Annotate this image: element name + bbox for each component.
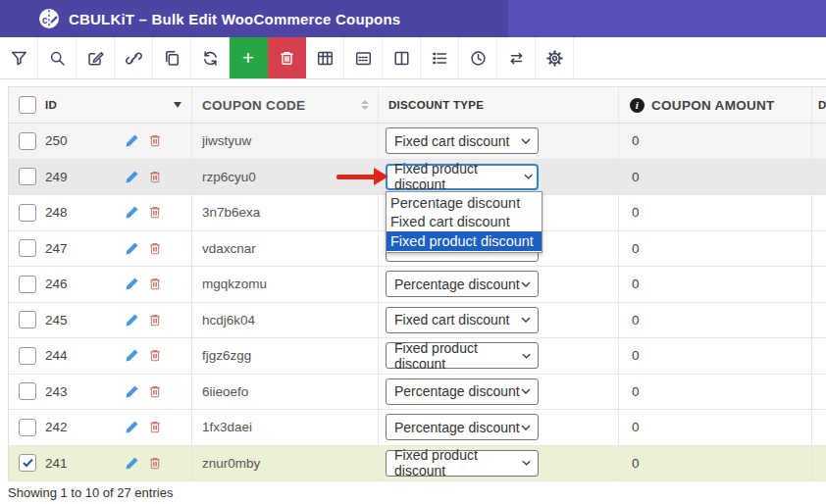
- link-button[interactable]: [115, 37, 153, 78]
- link-icon: [125, 49, 143, 68]
- column-header-clipped[interactable]: DI: [812, 87, 826, 123]
- duplicate-button[interactable]: [153, 37, 191, 78]
- row-checkbox[interactable]: [19, 311, 36, 328]
- table-header-row: ID COUPON CODE DISCOUNT TYPE i COUPON AM…: [9, 87, 826, 124]
- edit-row-button[interactable]: [125, 348, 139, 363]
- pencil-icon: [125, 133, 139, 148]
- discount-type-select[interactable]: Fixed cart discount: [386, 127, 539, 154]
- cell-coupon-code: vdaxcnar: [192, 231, 379, 267]
- delete-row-button[interactable]: [148, 133, 162, 148]
- edit-row-button[interactable]: [125, 241, 139, 256]
- delete-row-button[interactable]: [148, 456, 162, 471]
- cell-clipped: [812, 231, 826, 267]
- edit-row-button[interactable]: [125, 313, 139, 328]
- add-coupon-button[interactable]: +: [230, 37, 268, 78]
- row-checkbox[interactable]: [19, 168, 36, 185]
- edit-row-button[interactable]: [125, 205, 139, 220]
- delete-row-button[interactable]: [148, 384, 162, 399]
- pencil-icon: [125, 456, 139, 471]
- option-fixed-cart-discount[interactable]: Fixed cart discount: [387, 213, 542, 232]
- delete-selected-button[interactable]: [268, 37, 306, 78]
- row-checkbox[interactable]: [19, 239, 36, 257]
- pencil-icon: [125, 348, 139, 363]
- cell-clipped: [812, 160, 826, 195]
- chevron-down-icon: [521, 388, 531, 394]
- cell-coupon-amount: 0: [619, 195, 812, 230]
- cell-clipped: [812, 338, 826, 374]
- cell-id: 248: [9, 195, 192, 230]
- bulk-edit-button[interactable]: [77, 37, 115, 78]
- option-fixed-product-discount[interactable]: Fixed product discount: [387, 231, 542, 251]
- plus-icon: +: [242, 47, 254, 68]
- column-header-coupon-code[interactable]: COUPON CODE: [192, 87, 379, 123]
- cell-id: 246: [9, 267, 192, 302]
- cell-coupon-amount: 0: [619, 303, 812, 338]
- cell-clipped: [812, 446, 826, 481]
- fill-rows-button[interactable]: [344, 37, 383, 78]
- sync-button[interactable]: [497, 37, 536, 78]
- columns-button[interactable]: [383, 37, 421, 78]
- clock-icon: [469, 49, 488, 68]
- option-percentage-discount[interactable]: Percentage discount: [387, 193, 542, 213]
- delete-row-button[interactable]: [148, 420, 162, 434]
- annotation-arrow-icon: [336, 168, 389, 186]
- settings-button[interactable]: [536, 37, 574, 78]
- cell-discount-type: Fixed product discount: [379, 446, 619, 481]
- filter-button[interactable]: [0, 37, 38, 78]
- discount-type-select[interactable]: Fixed product discount: [386, 342, 539, 369]
- sort-both-icon: [361, 100, 369, 110]
- column-header-id[interactable]: ID: [9, 87, 192, 123]
- delete-row-button[interactable]: [148, 313, 162, 328]
- row-checkbox[interactable]: [19, 419, 36, 436]
- filter-icon: [10, 49, 28, 68]
- coupons-table: ID COUPON CODE DISCOUNT TYPE i COUPON AM…: [8, 86, 826, 481]
- discount-type-select[interactable]: Percentage discount: [386, 271, 539, 297]
- cell-id: 241: [9, 446, 192, 481]
- column-header-discount-type[interactable]: DISCOUNT TYPE: [379, 87, 619, 123]
- edit-row-button[interactable]: [125, 277, 139, 291]
- discount-type-select-open[interactable]: Fixed product discount: [386, 164, 539, 190]
- cell-id: 244: [9, 338, 192, 374]
- edit-row-button[interactable]: [125, 456, 139, 471]
- row-checkbox[interactable]: [19, 276, 36, 293]
- chevron-down-icon: [521, 317, 531, 323]
- delete-row-button[interactable]: [148, 241, 162, 256]
- trash-icon: [148, 133, 162, 148]
- select-all-checkbox[interactable]: [19, 96, 36, 114]
- list-view-button[interactable]: [421, 37, 459, 78]
- row-checkbox[interactable]: [19, 347, 36, 365]
- cell-coupon-amount: 0: [619, 231, 812, 267]
- search-button[interactable]: [38, 37, 77, 78]
- discount-type-select[interactable]: Percentage discount: [386, 378, 539, 405]
- chevron-down-icon: [521, 425, 531, 430]
- discount-type-select[interactable]: Percentage discount: [386, 414, 539, 440]
- edit-row-button[interactable]: [125, 170, 139, 184]
- edit-row-button[interactable]: [125, 420, 139, 434]
- row-checkbox[interactable]: [19, 204, 36, 222]
- edit-row-button[interactable]: [125, 133, 139, 148]
- sync-arrows-icon: [507, 49, 526, 68]
- history-button[interactable]: [459, 37, 497, 78]
- row-checkbox-checked[interactable]: [19, 454, 36, 472]
- discount-type-option-list[interactable]: Percentage discount Fixed cart discount …: [386, 191, 542, 253]
- edit-row-button[interactable]: [125, 384, 139, 399]
- row-checkbox[interactable]: [19, 382, 36, 400]
- toolbar: +: [0, 37, 826, 79]
- cell-id: 245: [9, 303, 192, 338]
- app-header: c CBULKiT – Bulk Edit WooCommerce Coupon…: [0, 0, 826, 37]
- delete-row-button[interactable]: [148, 205, 162, 220]
- delete-row-button[interactable]: [148, 277, 162, 291]
- duplicate-icon: [163, 49, 181, 68]
- column-header-coupon-amount[interactable]: i COUPON AMOUNT: [619, 87, 812, 123]
- discount-type-select[interactable]: Fixed cart discount: [386, 307, 539, 333]
- refresh-button[interactable]: [191, 37, 230, 78]
- row-checkbox[interactable]: [19, 132, 36, 150]
- discount-type-select[interactable]: Fixed product discount: [386, 450, 539, 477]
- delete-row-button[interactable]: [148, 348, 162, 363]
- table-view-button[interactable]: [306, 37, 344, 78]
- svg-text:c: c: [42, 15, 48, 25]
- cell-discount-type: Fixed cart discount: [379, 303, 619, 338]
- delete-row-button[interactable]: [148, 170, 162, 184]
- cell-coupon-amount: 0: [619, 375, 812, 410]
- trash-icon: [148, 420, 162, 434]
